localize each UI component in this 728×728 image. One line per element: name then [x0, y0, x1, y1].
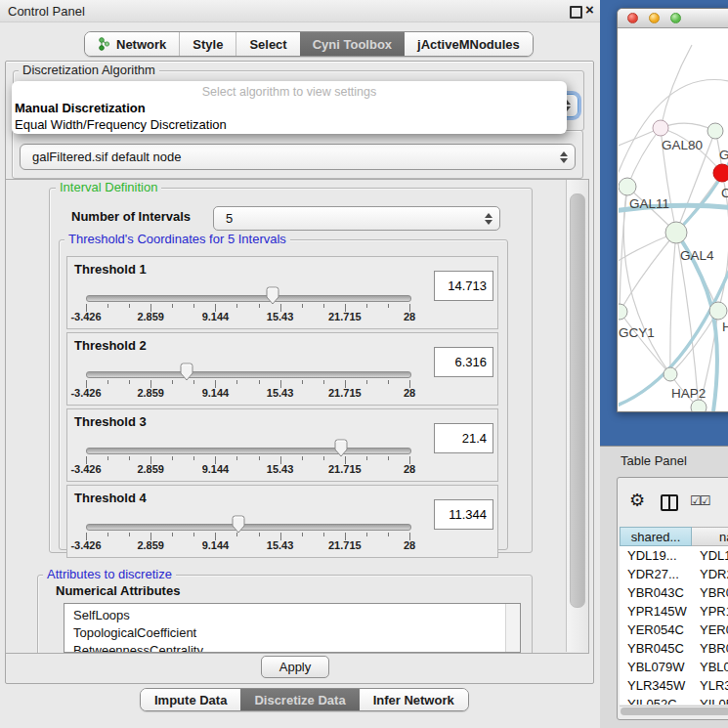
table-row[interactable]: YER054CYER054C: [620, 621, 728, 639]
column-header-name[interactable]: name: [692, 527, 728, 546]
attribute-list-item[interactable]: TopologicalCoefficient: [73, 624, 196, 642]
table-row[interactable]: YIL052CYIL052C: [620, 695, 728, 705]
tick-label: 15.43: [259, 539, 302, 551]
top-tab-bar: NetworkStyleSelectCyni ToolboxjActiveMNo…: [84, 31, 534, 57]
slider-handle[interactable]: [266, 286, 279, 305]
table-hscrollbar[interactable]: [620, 706, 728, 716]
network-edge[interactable]: [620, 312, 670, 374]
table-row[interactable]: YDL19...YDL19...: [620, 546, 728, 565]
table-row[interactable]: YPR145WYPR145W: [620, 602, 728, 621]
column-header-shared-name[interactable]: shared...: [620, 527, 692, 546]
tab-infer-network[interactable]: Infer Network: [360, 689, 468, 710]
node-red[interactable]: [713, 164, 728, 182]
minor-tick: [172, 533, 173, 536]
slider-track[interactable]: [86, 295, 411, 302]
network-window-titlebar[interactable]: [618, 9, 728, 28]
minor-tick: [107, 304, 108, 308]
node-h[interactable]: [709, 302, 727, 320]
tab-cyni-toolbox[interactable]: Cyni Toolbox: [300, 32, 405, 56]
minor-tick: [236, 380, 237, 384]
zoom-traffic-light-icon[interactable]: [670, 13, 681, 23]
combo-arrows-icon: [559, 150, 568, 164]
table-row[interactable]: YBR043CYBR043C: [620, 583, 728, 602]
threshold-value-field[interactable]: 21.4: [434, 423, 493, 453]
network-edge[interactable]: [661, 45, 692, 128]
tab-label: Network: [116, 37, 166, 52]
minor-tick: [323, 533, 324, 536]
node-top-right[interactable]: [707, 123, 723, 139]
cell-shared-name: YBR043C: [627, 583, 692, 602]
bottom-tab-bar: Impute DataDiscretize DataInfer Network: [140, 688, 469, 711]
tab-discretize-data[interactable]: Discretize Data: [240, 689, 359, 710]
cell-shared-name: YLR345W: [627, 676, 692, 695]
close-icon[interactable]: ×: [585, 1, 594, 18]
attribute-list-item[interactable]: SelfLoops: [73, 607, 130, 624]
tick-label: 9.144: [193, 311, 236, 322]
slider-handle[interactable]: [180, 363, 193, 381]
tab-impute-data[interactable]: Impute Data: [141, 689, 240, 710]
node-gal4[interactable]: [665, 222, 687, 243]
cell-name: YIL052C: [700, 695, 728, 705]
table-row[interactable]: YBR045CYBR045C: [620, 639, 728, 658]
node-gcy1[interactable]: [619, 304, 627, 320]
control-panel-titlebar: Control Panel ×: [0, 0, 600, 22]
node-gal11[interactable]: [619, 178, 636, 195]
apply-button[interactable]: Apply: [261, 656, 329, 678]
table-row[interactable]: YLR345WYLR345W: [620, 676, 728, 695]
dropdown-option[interactable]: Equal Width/Frequency Discretization: [15, 117, 227, 132]
table-row[interactable]: YDR27...YDR27...: [620, 565, 728, 583]
attributes-list-scrollbar[interactable]: [505, 604, 520, 652]
slider-track[interactable]: [86, 524, 411, 531]
combo-arrows-icon: [484, 212, 492, 226]
network-edge[interactable]: [627, 128, 661, 187]
settings-gear-icon[interactable]: ⚙: [629, 492, 645, 509]
attributes-list[interactable]: SelfLoopsTopologicalCoefficientBetweenne…: [64, 603, 521, 653]
tab-style[interactable]: Style: [179, 32, 236, 56]
tab-network[interactable]: Network: [85, 32, 179, 56]
attribute-list-item[interactable]: BetweennessCentrality: [73, 642, 203, 653]
settings-scrollbar[interactable]: [566, 180, 588, 652]
tick-label: -3.426: [64, 311, 107, 322]
threshold-value-field[interactable]: 14.713: [434, 271, 493, 301]
minor-tick: [302, 533, 303, 536]
threshold-value-field[interactable]: 6.316: [434, 347, 493, 377]
network-edge[interactable]: [623, 187, 670, 374]
node-bottom[interactable]: [691, 400, 707, 411]
restore-icon[interactable]: [570, 6, 582, 19]
tab-label: Discretize Data: [254, 693, 345, 707]
slider-handle[interactable]: [334, 439, 348, 457]
tick-label: 21.715: [323, 463, 366, 475]
settings-scrollpane: Interval Definition Number of Intervals …: [5, 179, 589, 654]
slider-track[interactable]: [86, 371, 411, 378]
scrollbar-thumb[interactable]: [570, 193, 585, 608]
network-edge[interactable]: [620, 187, 627, 312]
tab-label: Style: [193, 37, 223, 52]
tick-label: 9.144: [193, 463, 236, 475]
minor-tick: [388, 380, 389, 384]
cell-name: YPR145W: [700, 602, 728, 621]
network-view[interactable]: GAL80GACGAL11GAL4GCY1HHAP2: [619, 27, 728, 411]
tab-select[interactable]: Select: [236, 32, 299, 56]
minimize-traffic-light-icon[interactable]: [649, 13, 660, 23]
split-table-icon[interactable]: [661, 494, 678, 511]
network-edge[interactable]: [670, 233, 676, 374]
num-intervals-label: Number of Intervals: [71, 209, 191, 224]
tick-label: 28: [388, 463, 431, 475]
tab-jactivemnodules[interactable]: jActiveMNodules: [405, 32, 533, 56]
threshold-value-field[interactable]: 11.344: [434, 499, 493, 530]
table-data-combo[interactable]: galFiltered.sif default node: [20, 144, 576, 170]
table-row[interactable]: YBL079WYBL079W: [620, 658, 728, 676]
scrollbar-thumb[interactable]: [621, 707, 728, 715]
slider-handle[interactable]: [232, 515, 245, 534]
minor-tick: [172, 304, 173, 308]
node-label: GCY1: [619, 325, 655, 340]
node-hap2[interactable]: [664, 367, 677, 381]
minor-tick: [323, 456, 324, 460]
cell-shared-name: YIL052C: [627, 695, 692, 705]
checkbox-pair-icon[interactable]: ☑☑: [690, 493, 708, 508]
node-gal80[interactable]: [653, 120, 668, 136]
num-intervals-combo[interactable]: 5: [213, 206, 500, 231]
close-traffic-light-icon[interactable]: [627, 13, 638, 23]
slider-track[interactable]: [86, 448, 411, 454]
dropdown-option[interactable]: Manual Discretization: [15, 101, 146, 115]
